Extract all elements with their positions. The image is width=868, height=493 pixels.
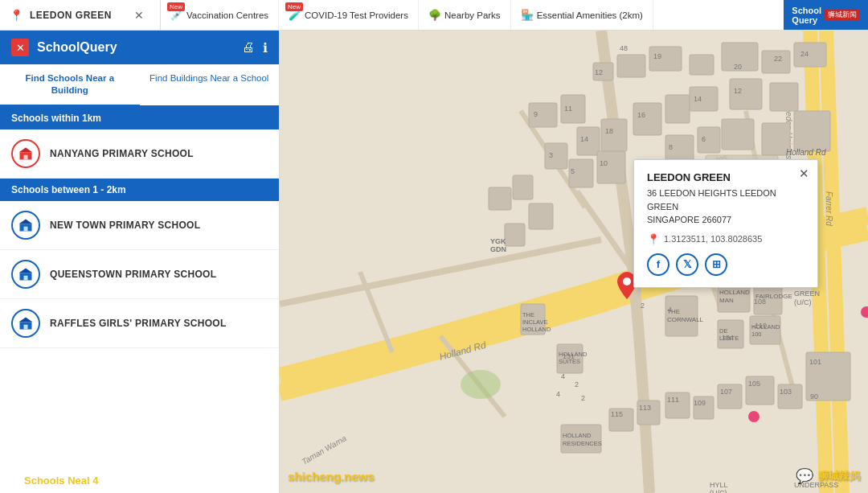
- svg-text:(U/C): (U/C): [794, 298, 812, 306]
- tab-find-buildings[interactable]: Find Buildings Near a School: [140, 64, 280, 105]
- location-bar: 📍 LEEDON GREEN ✕: [0, 0, 161, 30]
- coordinates-pin-icon: 📍: [647, 233, 660, 245]
- section-1km-header: Schools within 1km: [0, 107, 279, 129]
- print-button[interactable]: 🖨: [242, 40, 255, 55]
- svg-rect-2: [24, 155, 28, 160]
- svg-point-132: [623, 277, 631, 286]
- svg-rect-30: [665, 95, 690, 123]
- svg-rect-5: [24, 227, 28, 232]
- facebook-button[interactable]: f: [647, 253, 669, 276]
- watermark-right-text: 狮城辣妈: [818, 469, 860, 483]
- svg-point-125: [461, 370, 501, 399]
- svg-rect-46: [489, 187, 511, 210]
- logo-badge: 狮城新闻: [825, 9, 860, 21]
- svg-text:24: 24: [800, 50, 809, 58]
- school-item-raffles[interactable]: RAFFLES GIRLS' PRIMARY SCHOOL: [0, 299, 279, 348]
- svg-text:48: 48: [620, 44, 628, 52]
- svg-text:12: 12: [595, 68, 603, 76]
- share-button[interactable]: ⊞: [705, 253, 727, 276]
- tab-amenities[interactable]: 🏪 Essential Amenities (2km): [511, 0, 653, 30]
- popup-coordinates: 📍 1.3123511, 103.8028635: [647, 233, 805, 245]
- svg-text:HOLLAND: HOLLAND: [719, 289, 750, 296]
- svg-text:14: 14: [580, 135, 588, 143]
- svg-text:101: 101: [809, 358, 821, 366]
- svg-text:103: 103: [780, 388, 792, 396]
- school-name-queenstown: QUEENSTOWN PRIMARY SCHOOL: [50, 269, 216, 280]
- svg-rect-29: [633, 103, 661, 135]
- svg-text:22: 22: [774, 55, 782, 63]
- popup-close-button[interactable]: ✕: [799, 166, 809, 181]
- svg-text:4: 4: [556, 390, 560, 398]
- new-badge-covid: New: [285, 2, 303, 11]
- svg-text:GREEN: GREEN: [794, 290, 820, 298]
- school-item-newtown[interactable]: NEW TOWN PRIMARY SCHOOL: [0, 201, 279, 250]
- school-item-nanyang[interactable]: NANYANG PRIMARY SCHOOL: [0, 129, 279, 179]
- svg-text:18: 18: [605, 127, 613, 135]
- svg-rect-28: [601, 119, 627, 151]
- svg-text:90: 90: [810, 392, 818, 401]
- svg-text:5: 5: [571, 167, 575, 175]
- svg-point-123: [748, 411, 760, 422]
- tab-vaccination[interactable]: New 💉 Vaccination Centres: [161, 0, 279, 30]
- svg-text:107: 107: [720, 388, 732, 396]
- new-badge-vaccination: New: [167, 2, 185, 11]
- svg-text:CORNWALL: CORNWALL: [667, 316, 704, 323]
- svg-text:6: 6: [702, 135, 706, 143]
- svg-text:20: 20: [734, 63, 742, 71]
- school-item-queenstown[interactable]: QUEENSTOWN PRIMARY SCHOOL: [0, 250, 279, 299]
- sidebar-title: SchoolQuery: [37, 40, 117, 55]
- svg-rect-33: [770, 83, 798, 111]
- sidebar-header: ✕ SchoolQuery 🖨 ℹ: [0, 31, 279, 64]
- svg-rect-39: [722, 119, 754, 150]
- school-name-nanyang: NANYANG PRIMARY SCHOOL: [50, 148, 194, 159]
- svg-text:12: 12: [734, 87, 742, 95]
- logo-text: SchoolQuery: [792, 6, 821, 25]
- sidebar-panel: ✕ SchoolQuery 🖨 ℹ Find Schools Near a Bu…: [0, 31, 280, 493]
- school-icon-nanyang: [11, 139, 40, 168]
- svg-text:10: 10: [600, 159, 608, 167]
- sidebar-tab-list: Find Schools Near a Building Find Buildi…: [0, 64, 279, 107]
- watermark-bottom-left: shicheng.news: [288, 470, 375, 483]
- svg-text:111: 111: [667, 396, 679, 404]
- svg-text:104: 104: [722, 334, 734, 342]
- popup-title: LEEDON GREEN: [647, 171, 805, 183]
- school-name-newtown: NEW TOWN PRIMARY SCHOOL: [50, 220, 200, 231]
- svg-text:105: 105: [748, 380, 760, 388]
- svg-text:113: 113: [639, 404, 651, 412]
- wechat-icon: 💬: [796, 467, 813, 485]
- svg-text:2: 2: [581, 394, 585, 402]
- svg-rect-47: [529, 203, 553, 229]
- tab-covid[interactable]: New 🧪 COVID-19 Test Providers: [279, 0, 419, 30]
- svg-rect-45: [513, 175, 533, 199]
- section-2km-header: Schools between 1 - 2km: [0, 179, 279, 201]
- info-button[interactable]: ℹ: [263, 40, 268, 55]
- school-name-raffles: RAFFLES GIRLS' PRIMARY SCHOOL: [50, 318, 227, 329]
- svg-text:MAN: MAN: [719, 297, 734, 304]
- school-icon-queenstown: [11, 260, 40, 289]
- schools-count-label: Schools Neal 4: [24, 475, 98, 487]
- svg-marker-10: [19, 317, 33, 322]
- svg-text:HYLL: HYLL: [710, 481, 728, 489]
- tab-parks[interactable]: 🌳 Nearby Parks: [419, 0, 511, 30]
- sidebar-header-icons: 🖨 ℹ: [242, 40, 268, 55]
- svg-rect-21: [690, 55, 714, 75]
- location-pin-icon: 📍: [10, 9, 23, 22]
- svg-text:9: 9: [534, 110, 538, 118]
- map-container[interactable]: Cornwall Gdns Holland Rd Farrer Rd Taman…: [280, 31, 868, 493]
- sidebar-close-button[interactable]: ✕: [11, 39, 29, 56]
- svg-text:16: 16: [637, 111, 645, 119]
- svg-text:YGK: YGK: [490, 237, 506, 245]
- svg-text:19: 19: [653, 52, 661, 60]
- school-building-icon-blue: [18, 217, 34, 233]
- tab-find-schools[interactable]: Find Schools Near a Building: [0, 64, 140, 107]
- popup-social-links: f 𝕏 ⊞: [647, 253, 805, 276]
- svg-text:109: 109: [694, 399, 706, 407]
- school-building-icon: [18, 146, 34, 162]
- svg-marker-7: [19, 268, 33, 273]
- school-building-icon-blue3: [18, 315, 34, 331]
- nav-tab-list: New 💉 Vaccination Centres New 🧪 COVID-19…: [161, 0, 784, 30]
- twitter-button[interactable]: 𝕏: [676, 253, 698, 276]
- svg-text:2: 2: [641, 302, 645, 310]
- location-close-button[interactable]: ✕: [128, 9, 150, 22]
- svg-rect-18: [617, 55, 645, 77]
